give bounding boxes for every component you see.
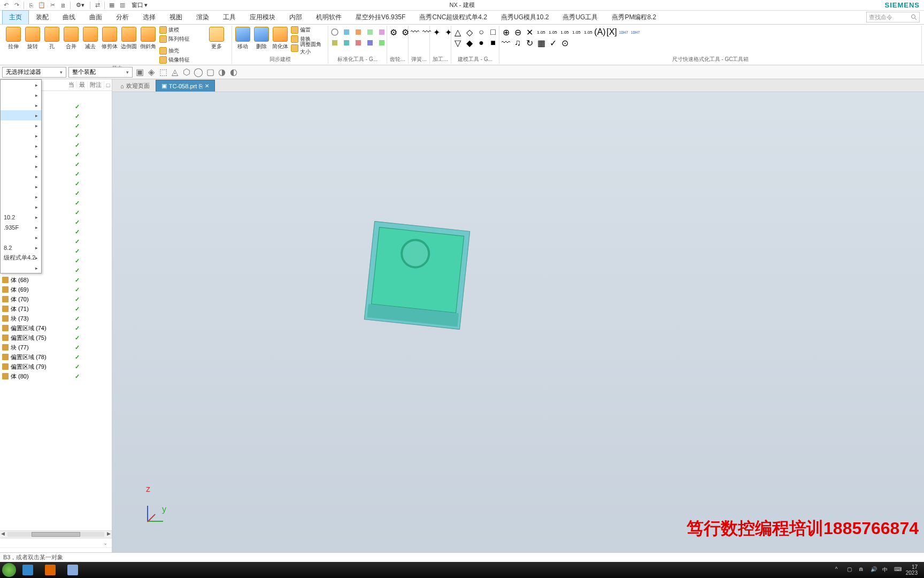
model-tool-icon[interactable]: ○: [477, 28, 486, 36]
dim-tool-icon[interactable]: ↻: [525, 39, 534, 47]
model-tool-icon[interactable]: △: [453, 28, 462, 36]
tree-node[interactable]: 块 (77)✓: [0, 343, 112, 352]
tab-view[interactable]: 视图: [163, 10, 189, 24]
tab-yanxiu-pm[interactable]: 燕秀PM编程8.2: [605, 10, 663, 24]
dim-tool-icon[interactable]: 1.05: [537, 28, 545, 36]
tool-icon[interactable]: [330, 28, 339, 36]
tab-surface[interactable]: 曲面: [82, 10, 109, 24]
tab-assembly[interactable]: 装配: [29, 10, 56, 24]
extrude-button[interactable]: 拉伸: [4, 26, 22, 50]
menu-item[interactable]: [1, 192, 41, 202]
dim-tool-icon[interactable]: ▦: [537, 39, 545, 47]
model-preview[interactable]: [364, 221, 470, 330]
tab-home[interactable]: 主页: [2, 10, 29, 24]
filter-tool-icon[interactable]: ◈: [147, 67, 156, 77]
dim-tool-icon[interactable]: ⊖: [513, 28, 522, 36]
menu-item[interactable]: [1, 131, 41, 141]
more-button[interactable]: 更多: [207, 26, 226, 50]
pattern-button[interactable]: 阵列特征: [158, 35, 206, 43]
tray-volume-icon[interactable]: 🔊: [871, 566, 878, 574]
undo-icon[interactable]: ↶: [2, 2, 10, 9]
menu-item[interactable]: [1, 120, 41, 131]
tree-node[interactable]: 偏置区域 (78)✓: [0, 352, 112, 362]
close-tab-icon[interactable]: ✕: [205, 83, 209, 89]
tree-node[interactable]: 体 (80)✓: [0, 371, 112, 381]
tab-select[interactable]: 选择: [136, 10, 163, 24]
menu-item[interactable]: [1, 232, 41, 242]
trim-button[interactable]: 修剪体: [101, 26, 119, 50]
tool-icon[interactable]: [330, 39, 339, 47]
model-tool-icon[interactable]: □: [489, 28, 497, 36]
model-tool-icon[interactable]: ●: [477, 39, 486, 47]
menu-item[interactable]: [1, 171, 41, 181]
redo-icon[interactable]: ↷: [13, 2, 20, 9]
pin-icon[interactable]: ⎘: [199, 83, 203, 89]
model-tool-icon[interactable]: ■: [489, 39, 497, 47]
cut-icon[interactable]: ✂: [49, 2, 56, 9]
tool-icon[interactable]: [354, 39, 363, 47]
layout2-icon[interactable]: ▥: [119, 2, 126, 9]
filter-tool-icon[interactable]: ◯: [194, 67, 203, 77]
draft-button[interactable]: 拔模: [158, 26, 206, 34]
horizontal-scrollbar[interactable]: ◀ ▶: [0, 530, 112, 538]
menu-item[interactable]: 10.2: [1, 212, 41, 222]
doc-icon[interactable]: 🗎: [59, 2, 67, 9]
part-tab[interactable]: ▣ TC-058.prt ⎘ ✕: [156, 80, 215, 92]
layout1-icon[interactable]: ▦: [108, 2, 116, 9]
tab-analysis[interactable]: 分析: [109, 10, 136, 24]
dim-tool-icon[interactable]: (A): [596, 28, 604, 36]
tool-icon[interactable]: [366, 39, 374, 47]
subtract-button[interactable]: 减去: [81, 26, 99, 50]
tab-yanxiu-cnc[interactable]: 燕秀CNC超级程式单4.2: [412, 10, 494, 24]
menu-item[interactable]: [1, 90, 41, 100]
tree-node[interactable]: 体 (69)✓: [0, 285, 112, 294]
task-app-button[interactable]: [40, 563, 61, 577]
delete-button[interactable]: 删除: [253, 26, 271, 50]
model-tool-icon[interactable]: ◇: [465, 28, 474, 36]
resize-blend-button[interactable]: 调整圆角大小: [290, 44, 326, 52]
menu-item[interactable]: [1, 181, 41, 192]
scope-filter-dropdown[interactable]: 整个装配: [68, 67, 133, 78]
dim-tool-icon[interactable]: ✓: [549, 39, 557, 47]
tree-node[interactable]: 偏置区域 (74)✓: [0, 323, 112, 333]
menu-item[interactable]: 8.2: [1, 242, 41, 253]
tray-monitor-icon[interactable]: ▢: [847, 566, 854, 574]
spring-tool-icon[interactable]: 〰: [411, 28, 419, 36]
menu-item[interactable]: [1, 161, 41, 171]
hole-button[interactable]: 孔: [43, 26, 61, 50]
offset-button[interactable]: 偏置: [290, 26, 326, 34]
dim-tool-icon[interactable]: 10H7: [631, 28, 640, 36]
simplify-button[interactable]: 简化体: [271, 26, 289, 50]
dim-tool-icon[interactable]: 〰: [502, 39, 510, 47]
dim-tool-icon[interactable]: 1.05: [560, 28, 569, 36]
start-button[interactable]: [2, 563, 16, 577]
maximize-icon[interactable]: □: [104, 82, 112, 88]
tree-node[interactable]: 偏置区域 (75)✓: [0, 333, 112, 343]
move-button[interactable]: 移动: [234, 26, 252, 50]
edge-blend-button[interactable]: 边倒圆: [120, 26, 138, 50]
tree-node[interactable]: 体 (68)✓: [0, 275, 112, 285]
tree-node[interactable]: 体 (70)✓: [0, 294, 112, 304]
tray-ime-icon[interactable]: 中: [882, 566, 890, 574]
machining-tool-icon[interactable]: ✦: [432, 28, 441, 36]
collapse-row[interactable]: ⌄: [0, 538, 112, 548]
filter-tool-icon[interactable]: ⬡: [182, 67, 191, 77]
tool-icon[interactable]: [378, 39, 386, 47]
dim-tool-icon[interactable]: ♫: [513, 39, 522, 47]
tree-node[interactable]: 体 (71)✓: [0, 304, 112, 314]
tab-xingkong[interactable]: 星空外挂V6.935F: [349, 10, 412, 24]
tree-node[interactable]: 偏置区域 (79)✓: [0, 362, 112, 371]
dim-tool-icon[interactable]: ⊙: [560, 39, 569, 47]
unite-button[interactable]: 合并: [62, 26, 80, 50]
task-app-button[interactable]: [62, 563, 83, 577]
tab-jiming[interactable]: 机明软件: [309, 10, 349, 24]
shell-button[interactable]: 抽壳: [158, 47, 206, 55]
filter-tool-icon[interactable]: ◐: [229, 67, 238, 77]
gear-tool-icon[interactable]: ⚙: [389, 28, 398, 36]
switch-icon[interactable]: ⇄: [94, 2, 101, 9]
tool-icon[interactable]: [366, 28, 374, 36]
paste-icon[interactable]: 📋: [38, 2, 45, 9]
dim-tool-icon[interactable]: 1.05: [549, 28, 557, 36]
revolve-button[interactable]: 旋转: [24, 26, 42, 50]
menu-item[interactable]: [1, 110, 41, 120]
